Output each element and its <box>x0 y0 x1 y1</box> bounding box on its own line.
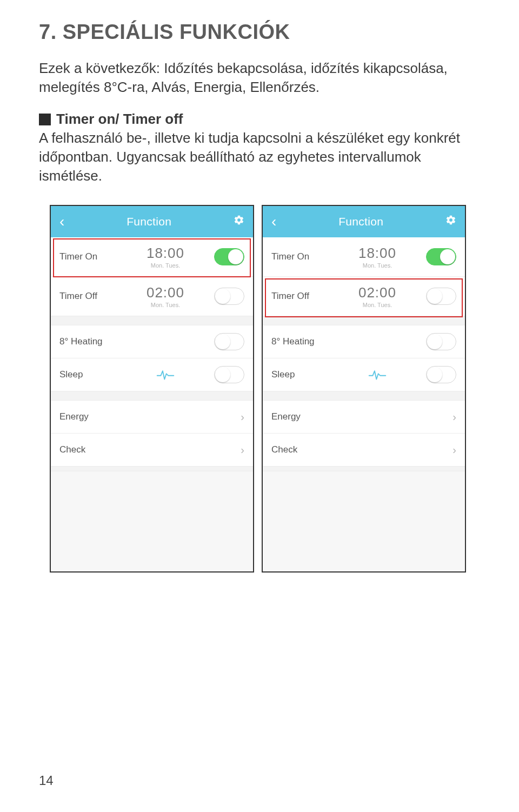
timer-on-label: Timer On <box>59 251 117 262</box>
chevron-right-icon: › <box>453 411 456 423</box>
row-heating[interactable]: 8° Heating <box>263 325 465 358</box>
sleep-wave-icon <box>329 369 426 381</box>
timer-off-time: 02:00 <box>358 284 396 301</box>
timer-on-toggle[interactable] <box>426 248 456 265</box>
sleep-label: Sleep <box>59 369 117 380</box>
chevron-right-icon: › <box>241 444 244 456</box>
page-number: 14 <box>39 773 54 788</box>
timer-on-toggle[interactable] <box>214 248 244 265</box>
app-header: ‹ Function <box>263 206 465 237</box>
app-body: Timer On 18:00 Mon. Tues. Timer Off 02:0… <box>263 237 465 571</box>
timer-off-time-col: 02:00 Mon. Tues. <box>329 284 426 308</box>
square-bullet-icon <box>39 114 51 125</box>
row-timer-off[interactable]: Timer Off 02:00 Mon. Tues. <box>51 277 253 316</box>
separator <box>263 466 465 471</box>
chevron-right-icon: › <box>453 444 456 456</box>
row-heating[interactable]: 8° Heating <box>51 325 253 358</box>
row-timer-on[interactable]: Timer On 18:00 Mon. Tues. <box>263 237 465 276</box>
row-energy[interactable]: Energy › <box>51 401 253 433</box>
gear-icon[interactable] <box>234 215 244 229</box>
heating-toggle[interactable] <box>426 333 456 350</box>
intro-paragraph: Ezek a következők: Időzítés bekapcsolása… <box>39 59 480 97</box>
check-label: Check <box>59 444 85 455</box>
timer-on-time-col: 18:00 Mon. Tues. <box>329 245 426 269</box>
separator <box>51 466 253 471</box>
timer-off-toggle[interactable] <box>426 288 456 305</box>
chevron-right-icon: › <box>241 411 244 423</box>
energy-label: Energy <box>271 411 301 422</box>
row-check[interactable]: Check › <box>263 434 465 466</box>
sleep-wave-icon <box>117 369 214 381</box>
gear-icon[interactable] <box>445 215 456 229</box>
sleep-toggle[interactable] <box>426 366 456 383</box>
row-timer-on[interactable]: Timer On 18:00 Mon. Tues. <box>51 237 253 276</box>
phone-right: ‹ Function Timer On 18:00 Mon. Tues. Tim… <box>262 205 466 573</box>
row-timer-off[interactable]: Timer Off 02:00 Mon. Tues. <box>263 277 465 316</box>
separator <box>263 391 465 401</box>
sub-heading: Timer on/ Timer off <box>39 111 480 128</box>
timer-off-days: Mon. Tues. <box>151 302 180 308</box>
timer-off-time-col: 02:00 Mon. Tues. <box>117 284 214 308</box>
header-title: Function <box>127 215 171 228</box>
row-energy[interactable]: Energy › <box>263 401 465 433</box>
phone-left: ‹ Function Timer On 18:00 Mon. Tues. Tim… <box>50 205 254 573</box>
sleep-label: Sleep <box>271 369 329 380</box>
page-title: 7. SPECIÁLIS FUNKCIÓK <box>39 21 480 44</box>
separator <box>263 316 465 325</box>
timer-on-days: Mon. Tues. <box>151 262 180 269</box>
heating-toggle[interactable] <box>214 333 244 350</box>
timer-on-days: Mon. Tues. <box>363 262 392 269</box>
separator <box>51 391 253 401</box>
back-icon[interactable]: ‹ <box>59 213 64 230</box>
separator <box>51 316 253 325</box>
timer-off-days: Mon. Tues. <box>363 302 392 308</box>
timer-on-time: 18:00 <box>147 245 184 262</box>
back-icon[interactable]: ‹ <box>271 213 276 230</box>
sub-body: A felhasználó be-, illetve ki tudja kapc… <box>39 129 480 185</box>
sleep-toggle[interactable] <box>214 366 244 383</box>
app-body: Timer On 18:00 Mon. Tues. Timer Off 02:0… <box>51 237 253 571</box>
timer-on-label: Timer On <box>271 251 329 262</box>
timer-off-toggle[interactable] <box>214 288 244 305</box>
sub-heading-text: Timer on/ Timer off <box>56 111 183 128</box>
heating-label: 8° Heating <box>271 336 315 347</box>
energy-label: Energy <box>59 411 89 422</box>
row-sleep[interactable]: Sleep <box>51 358 253 391</box>
header-title: Function <box>338 215 383 228</box>
timer-off-label: Timer Off <box>271 291 329 302</box>
timer-on-time: 18:00 <box>358 245 396 262</box>
section-timer: Timer on/ Timer off A felhasználó be-, i… <box>39 111 480 185</box>
heating-label: 8° Heating <box>59 336 103 347</box>
row-check[interactable]: Check › <box>51 434 253 466</box>
row-sleep[interactable]: Sleep <box>263 358 465 391</box>
app-header: ‹ Function <box>51 206 253 237</box>
check-label: Check <box>271 444 297 455</box>
timer-on-time-col: 18:00 Mon. Tues. <box>117 245 214 269</box>
phone-screenshots: ‹ Function Timer On 18:00 Mon. Tues. Tim… <box>50 205 480 573</box>
timer-off-label: Timer Off <box>59 291 117 302</box>
timer-off-time: 02:00 <box>147 284 184 301</box>
